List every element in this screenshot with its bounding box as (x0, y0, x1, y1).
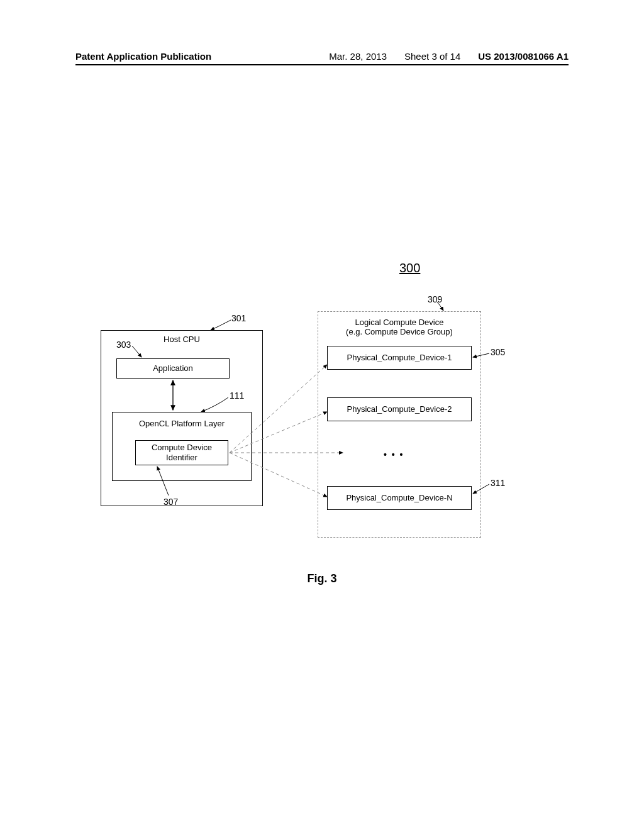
diagram-canvas: Host CPU Application OpenCL Platform Lay… (0, 0, 644, 830)
lead-lines (0, 0, 644, 830)
svg-line-4 (230, 453, 327, 497)
figure-caption: Fig. 3 (0, 572, 644, 585)
svg-line-2 (230, 412, 327, 453)
svg-line-1 (230, 365, 327, 453)
